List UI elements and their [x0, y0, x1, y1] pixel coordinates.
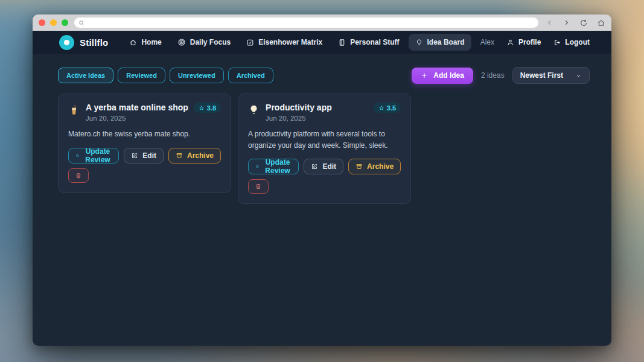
nav-item-home[interactable]: Home — [123, 34, 168, 51]
app-navbar: Stillflo Home Daily Focus Eisenhower Mat… — [33, 31, 611, 54]
app-root: Stillflo Home Daily Focus Eisenhower Mat… — [33, 31, 611, 346]
edit-label: Edit — [142, 151, 156, 160]
idea-cards-grid: A yerba mate online shop Jun 20, 2025 3.… — [58, 94, 590, 204]
archive-button[interactable]: Archive — [168, 148, 221, 164]
filter-archived[interactable]: Archived — [228, 68, 273, 83]
brand-name: Stillflo — [80, 37, 108, 48]
rating-badge: 3.5 — [374, 103, 401, 113]
sort-dropdown[interactable]: Newest First — [512, 67, 590, 84]
delete-button[interactable] — [248, 179, 269, 194]
delete-button[interactable] — [68, 168, 89, 183]
star-icon — [378, 105, 384, 111]
idea-card: A yerba mate online shop Jun 20, 2025 3.… — [58, 94, 231, 193]
rating-badge: 3.8 — [194, 103, 221, 113]
nav-item-label: Eisenhower Matrix — [258, 38, 322, 46]
home-icon — [129, 39, 137, 46]
zoom-window-button[interactable] — [62, 19, 68, 26]
trash-icon — [255, 183, 262, 190]
rating-value: 3.5 — [387, 104, 396, 112]
nav-item-personal-stuff[interactable]: Personal Stuff — [331, 34, 406, 51]
idea-date: Jun 20, 2025 — [266, 115, 332, 122]
nav-item-idea-board[interactable]: Idea Board — [409, 34, 471, 51]
idea-date: Jun 20, 2025 — [86, 115, 188, 122]
logout-icon — [553, 39, 561, 46]
browser-reload-button[interactable] — [579, 19, 588, 27]
filter-reviewed[interactable]: Reviewed — [118, 68, 165, 83]
profile-link[interactable]: Profile — [506, 38, 541, 46]
sort-selected-value: Newest First — [520, 71, 563, 80]
nav-item-label: Idea Board — [427, 38, 465, 46]
book-icon — [338, 39, 346, 46]
add-idea-button[interactable]: Add Idea — [412, 68, 473, 84]
window-controls — [39, 19, 68, 26]
add-idea-label: Add Idea — [433, 71, 464, 80]
user-name: Alex — [480, 38, 494, 46]
update-review-label: Update Review — [84, 147, 112, 164]
star-icon — [75, 152, 80, 159]
logout-label: Logout — [565, 38, 590, 46]
profile-label: Profile — [518, 38, 541, 46]
browser-toolbar — [33, 14, 611, 31]
trash-icon — [75, 172, 82, 179]
close-window-button[interactable] — [39, 19, 45, 26]
lightbulb-icon — [415, 39, 423, 46]
archive-button[interactable]: Archive — [348, 159, 401, 174]
target-icon — [177, 38, 186, 46]
mate-cup-icon — [68, 104, 80, 116]
ideas-count: 2 ideas — [481, 71, 505, 80]
edit-icon — [131, 152, 138, 159]
stillflo-logo-icon — [59, 35, 74, 50]
rating-value: 3.8 — [207, 104, 216, 112]
idea-title: A yerba mate online shop — [86, 103, 188, 112]
chevron-down-icon — [575, 72, 582, 79]
nav-item-label: Daily Focus — [190, 38, 231, 46]
nav-right: Alex Profile Logout — [480, 38, 590, 46]
star-icon — [199, 105, 205, 111]
browser-back-button[interactable] — [546, 19, 553, 27]
idea-board-page: Active Ideas Reviewed Unreviewed Archive… — [33, 54, 611, 346]
edit-button[interactable]: Edit — [124, 148, 164, 164]
filter-buttons: Active Ideas Reviewed Unreviewed Archive… — [58, 68, 273, 83]
controls-row: Active Ideas Reviewed Unreviewed Archive… — [58, 67, 590, 84]
idea-description: Matero.ch the swiss yerba mate shop. — [68, 129, 221, 140]
archive-label: Archive — [187, 151, 214, 160]
update-review-button[interactable]: Update Review — [248, 159, 299, 174]
browser-window: Stillflo Home Daily Focus Eisenhower Mat… — [33, 14, 611, 346]
archive-icon — [355, 163, 363, 170]
search-icon — [78, 19, 85, 27]
update-review-label: Update Review — [264, 158, 292, 175]
checkbox-icon — [246, 39, 254, 46]
star-icon — [255, 163, 260, 170]
address-bar[interactable] — [74, 17, 538, 28]
edit-button[interactable]: Edit — [304, 159, 343, 174]
update-review-button[interactable]: Update Review — [68, 148, 119, 164]
brand: Stillflo — [59, 35, 108, 50]
nav-item-daily-focus[interactable]: Daily Focus — [171, 34, 237, 51]
idea-title: Productivity app — [266, 103, 332, 112]
edit-label: Edit — [322, 162, 336, 171]
archive-icon — [176, 152, 183, 159]
archive-label: Archive — [367, 162, 394, 171]
lightbulb-icon — [248, 104, 260, 116]
minimize-window-button[interactable] — [50, 19, 57, 26]
nav-item-eisenhower-matrix[interactable]: Eisenhower Matrix — [240, 34, 329, 51]
idea-card: Productivity app Jun 20, 2025 3.5 A prod… — [238, 94, 411, 204]
person-icon — [506, 39, 514, 46]
right-controls: Add Idea 2 ideas Newest First — [412, 67, 590, 84]
edit-icon — [311, 163, 318, 170]
filter-unreviewed[interactable]: Unreviewed — [170, 68, 224, 83]
nav-item-label: Personal Stuff — [350, 38, 399, 46]
browser-home-button[interactable] — [597, 19, 605, 27]
idea-description: A productivity platform with several too… — [248, 129, 401, 151]
nav-item-label: Home — [141, 38, 161, 46]
nav-items: Home Daily Focus Eisenhower Matrix Perso… — [123, 34, 471, 51]
plus-icon — [421, 72, 428, 79]
logout-link[interactable]: Logout — [553, 38, 590, 46]
filter-active-ideas[interactable]: Active Ideas — [58, 68, 113, 83]
browser-forward-button[interactable] — [563, 19, 570, 27]
